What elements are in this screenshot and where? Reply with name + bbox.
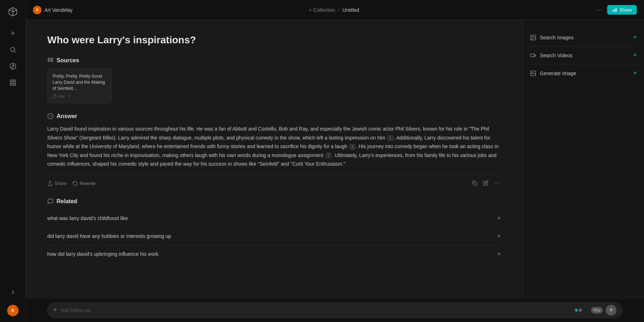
rewrite-label: Rewrite [80,181,96,186]
question-title: Who were Larry's inspirations? [47,34,501,46]
related-item-plus-icon: + [497,215,501,222]
discover-button[interactable] [6,59,20,73]
generate-image-left: Generate Image [530,70,576,77]
svg-rect-21 [531,54,535,57]
related-icon [47,198,54,205]
more-answer-icon [494,180,499,186]
sources-icon [47,57,54,64]
svg-rect-3 [13,80,15,82]
logo-button[interactable] [6,6,20,19]
expand-sidebar-button[interactable] [6,286,20,299]
source-card-meta-text: File · 1 [58,94,70,98]
followup-logo [574,306,588,314]
citation-2: 1 [350,144,355,150]
svg-point-17 [497,182,497,183]
new-thread-button[interactable] [6,26,20,40]
svg-rect-7 [614,9,615,12]
answer-icon [47,113,54,119]
source-card-meta: File · 1 [53,94,106,98]
pro-badge: Pro [591,307,603,313]
sources-heading-text: Sources [57,57,79,64]
main-container: A Art Vandelay + Collection / Untitled ·… [26,0,644,322]
related-item[interactable]: what was larry david's childhood like + [47,210,501,228]
edit-icon [483,180,488,186]
share-answer-button[interactable]: Share [47,179,67,187]
svg-rect-4 [13,83,15,86]
header-user[interactable]: A Art Vandelay [33,6,73,14]
generate-image-icon [530,70,536,77]
generate-image-item[interactable]: Generate Image + [530,64,637,82]
answer-text: Larry David found inspiration in various… [47,125,501,169]
user-avatar[interactable]: A [7,305,19,316]
related-item[interactable]: how did larry david's upbringing influen… [47,245,501,263]
content-area: Who were Larry's inspirations? Sources P… [26,20,644,298]
svg-point-18 [498,182,499,183]
file-icon [53,94,57,98]
header-breadcrumb: + Collection / Untitled [73,7,595,13]
more-options-button[interactable]: ··· [595,6,603,14]
svg-point-24 [532,72,532,73]
edit-button[interactable] [482,179,490,188]
sources-section: Sources Pretty, Pretty, Pretty Good Larr… [47,57,501,103]
search-images-item[interactable]: Search Images + [530,29,637,47]
related-item-plus-icon: + [497,233,501,240]
rewrite-icon [73,181,78,186]
add-collection-button[interactable]: + Collection [309,7,335,13]
search-videos-item[interactable]: Search Videos + [530,47,637,64]
generate-image-label: Generate Image [540,70,576,76]
svg-point-20 [532,36,532,37]
header: A Art Vandelay + Collection / Untitled ·… [26,0,644,20]
copy-icon [472,180,477,186]
search-videos-left: Search Videos [530,52,572,59]
source-card-title: Pretty, Pretty, Pretty Good Larry David … [53,73,106,91]
share-answer-icon [47,181,53,186]
search-videos-plus: + [633,52,637,59]
copy-button[interactable] [470,179,479,188]
related-item[interactable]: did larry david have any hobbies or inte… [47,228,501,245]
search-button[interactable] [6,43,20,57]
svg-rect-11 [51,58,53,59]
svg-point-26 [579,309,582,312]
related-heading-text: Related [57,198,77,205]
followup-bar: + Pro [26,298,644,322]
related-item-text: did larry david have any hobbies or inte… [47,233,171,239]
answer-actions: Share Rewrite [47,174,501,188]
share-icon [612,8,617,13]
svg-rect-9 [48,58,50,59]
answer-heading-text: Answer [57,113,77,119]
more-answer-button[interactable] [493,179,501,188]
header-right: ··· Share [595,5,637,15]
send-button[interactable] [606,305,616,316]
followup-icons: Pro [574,305,616,316]
sidebar: A [0,0,26,322]
svg-point-0 [10,47,15,52]
search-images-left: Search Images [530,34,574,41]
citation-1: 1 [387,135,393,141]
header-user-name: Art Vandelay [44,7,73,13]
share-button[interactable]: Share [607,5,637,15]
search-videos-label: Search Videos [540,53,572,58]
followup-add-button[interactable]: + [53,306,57,314]
rewrite-button[interactable]: Rewrite [73,179,96,187]
breadcrumb-title: Untitled [342,7,359,13]
header-user-avatar: A [33,6,42,14]
svg-point-16 [495,182,496,183]
svg-rect-6 [613,10,614,11]
svg-rect-5 [10,83,12,86]
send-icon [609,308,614,313]
library-button[interactable] [6,76,20,89]
svg-rect-12 [51,60,53,62]
followup-input-wrap: + Pro [47,302,623,318]
right-panel: Search Images + Search Videos + [522,20,644,298]
svg-point-25 [575,309,578,312]
search-images-plus: + [633,34,637,41]
source-card[interactable]: Pretty, Pretty, Pretty Good Larry David … [47,69,112,103]
svg-rect-8 [616,8,616,11]
citation-3: 1 [326,153,331,158]
related-section: Related what was larry david's childhood… [47,198,501,263]
svg-rect-2 [10,80,12,82]
video-icon [530,52,536,59]
followup-input[interactable] [61,307,570,313]
breadcrumb-separator: / [338,7,340,13]
sources-heading: Sources [47,57,501,64]
